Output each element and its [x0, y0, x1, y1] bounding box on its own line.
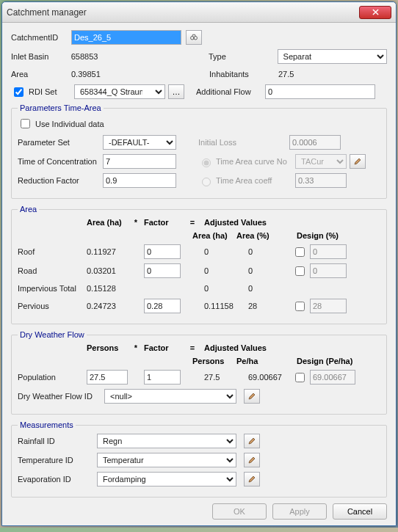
adj-area-ha-value: 0	[204, 246, 245, 258]
area-ha-value: 0.24723	[87, 300, 128, 312]
titlebar: Catchment manager	[2, 2, 396, 23]
evaporation-edit-button[interactable]	[244, 472, 260, 487]
apply-button[interactable]: Apply	[272, 503, 327, 520]
catchmentid-input[interactable]	[71, 30, 181, 45]
area-ha-value: 0.03201	[87, 265, 128, 277]
adj-persons-value: 27.5	[204, 371, 245, 383]
use-individual-checkbox[interactable]	[21, 119, 30, 128]
pencil-icon	[247, 475, 256, 484]
area-group: Area Area (ha) * Factor = Adjusted Value…	[11, 205, 387, 324]
type-select[interactable]: Separat	[278, 49, 387, 64]
hdr-mul: *	[131, 218, 141, 227]
parameters-time-area-legend: Parameters Time-Area	[18, 103, 104, 112]
reduction-label: Reduction Factor	[18, 176, 100, 185]
evaporation-label: Evaporation ID	[18, 475, 94, 484]
catchmentid-label: CatchmentID	[11, 33, 68, 42]
hdr-factor2: Factor	[144, 343, 181, 352]
area-row: Road0.0320100	[18, 263, 380, 278]
rainfall-select[interactable]: Regn	[97, 434, 236, 448]
rdi-more-button[interactable]: …	[168, 84, 184, 99]
rdi-set-select[interactable]: 658344_Q Straume v rund	[74, 84, 165, 99]
hdr-persons: Persons	[87, 343, 128, 352]
evaporation-select[interactable]: Fordamping	[97, 472, 236, 487]
area-label: Area	[11, 70, 68, 79]
parameter-set-select[interactable]: -DEFAULT-	[103, 135, 176, 150]
inlet-basin-value: 658853	[71, 51, 181, 62]
tacn-radio	[202, 158, 211, 167]
additional-flow-input[interactable]	[265, 84, 375, 99]
pencil-icon	[353, 157, 362, 166]
binoculars-icon	[189, 33, 198, 42]
parameters-time-area-group: Parameters Time-Area Use Individual data…	[11, 103, 387, 199]
measurements-group: Measurements Rainfall ID Regn Temperatur…	[11, 420, 387, 498]
area-row-label: Impervious Total	[18, 284, 84, 293]
cancel-button[interactable]: Cancel	[333, 503, 387, 520]
area-factor-input[interactable]	[144, 244, 181, 259]
hdr-adjusted2: Adjusted Values	[204, 343, 267, 352]
area-row: Roof0.1192700	[18, 244, 380, 259]
svg-point-1	[194, 37, 198, 40]
design-peha-checkbox[interactable]	[295, 373, 305, 382]
type-label: Type	[209, 52, 275, 61]
design-pct-input	[310, 299, 347, 313]
area-row: Pervious0.247230.1115828	[18, 299, 380, 313]
lookup-button[interactable]	[186, 30, 202, 45]
tacn-label: Time Area curve No	[216, 157, 292, 166]
design-peha-input	[310, 370, 355, 385]
dwf-edit-button[interactable]	[244, 389, 260, 404]
reduction-input[interactable]	[103, 173, 176, 188]
temperature-edit-button[interactable]	[244, 453, 260, 467]
close-icon	[372, 9, 379, 15]
persons-input[interactable]	[87, 370, 128, 385]
hdr-adj-area-pct: Area (%)	[236, 231, 278, 240]
svg-point-0	[191, 37, 195, 40]
parameter-set-label: Parameter Set	[18, 138, 100, 147]
population-row: Population 27.5 69.00667	[18, 370, 380, 385]
content: CatchmentID Inlet Basin 658853 Type Sepa…	[2, 23, 396, 525]
area-row-label: Roof	[18, 247, 84, 256]
design-pct-checkbox[interactable]	[295, 247, 305, 257]
toc-input[interactable]	[103, 154, 176, 169]
adj-area-ha-value: 0.11158	[204, 300, 245, 312]
pencil-icon	[247, 437, 256, 445]
design-pct-checkbox[interactable]	[295, 266, 305, 276]
dwf-group: Dry Weather Flow Persons * Factor = Adju…	[11, 330, 387, 415]
initial-loss-label: Initial Loss	[198, 138, 286, 147]
rainfall-edit-button[interactable]	[244, 434, 260, 448]
ellipsis-icon: …	[173, 87, 181, 96]
area-factor-input[interactable]	[144, 299, 181, 313]
temperature-select[interactable]: Temperatur	[97, 453, 236, 467]
measurements-legend: Measurements	[18, 420, 76, 429]
area-legend: Area	[18, 205, 39, 214]
hdr-design-pct: Design (%)	[297, 231, 339, 240]
design-pct-input	[310, 263, 347, 278]
button-bar: OK Apply Cancel	[11, 503, 387, 520]
hdr-adj-area-ha: Area (ha)	[192, 231, 234, 240]
temperature-label: Temperature ID	[18, 456, 94, 464]
additional-flow-label: Additional Flow	[196, 87, 262, 96]
rdi-set-checkbox[interactable]	[14, 87, 23, 97]
dwf-id-label: Dry Weather Flow ID	[18, 392, 101, 401]
adj-area-ha-value: 0	[204, 283, 245, 294]
tacn-select: TACurve1	[295, 154, 347, 169]
dwf-legend: Dry Weather Flow	[18, 330, 87, 339]
area-row: Impervious Total0.1512800	[18, 283, 380, 294]
hdr-eq2: =	[184, 343, 201, 352]
persons-factor-input[interactable]	[144, 370, 181, 385]
tacn-edit-button[interactable]	[350, 154, 366, 169]
ok-button[interactable]: OK	[212, 503, 267, 520]
dwf-id-select[interactable]: <null>	[104, 389, 236, 404]
area-value: 0.39851	[71, 68, 181, 80]
close-button[interactable]	[359, 6, 391, 19]
design-pct-input	[310, 244, 347, 259]
inlet-basin-label: Inlet Basin	[11, 52, 68, 61]
adj-area-pct-value: 0	[248, 246, 289, 258]
hdr-mul2: *	[131, 343, 141, 352]
catchment-manager-window: Catchment manager CatchmentID Inlet Basi…	[1, 1, 397, 526]
hdr-design-peha: Design (Pe/ha)	[297, 357, 352, 365]
adj-area-ha-value: 0	[204, 265, 245, 277]
area-factor-input[interactable]	[144, 263, 181, 278]
design-pct-checkbox[interactable]	[295, 302, 305, 311]
area-row-label: Pervious	[18, 302, 84, 310]
adj-area-pct-value: 28	[248, 300, 289, 312]
